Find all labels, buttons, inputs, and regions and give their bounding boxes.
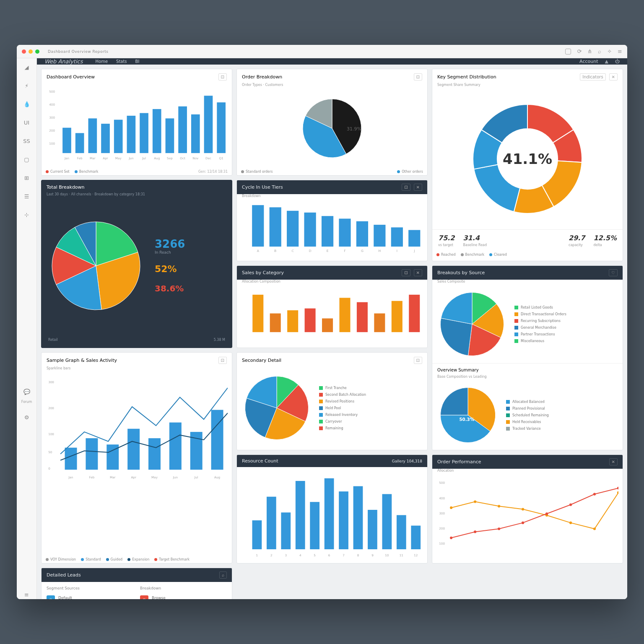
svg-rect-69: [65, 447, 77, 470]
notif-icon[interactable]: ▲: [605, 59, 608, 64]
nav-drop-icon[interactable]: 💧: [22, 99, 31, 109]
svg-text:E: E: [327, 249, 329, 253]
card-close-icon[interactable]: ✕: [414, 269, 422, 276]
svg-rect-15: [191, 114, 200, 153]
svg-text:300: 300: [439, 512, 445, 515]
svg-text:1: 1: [256, 553, 258, 557]
nav-box-icon[interactable]: ▢: [22, 155, 31, 164]
svg-rect-91: [339, 491, 348, 549]
svg-text:A: A: [257, 249, 260, 253]
svg-rect-95: [397, 515, 406, 549]
svg-point-124: [498, 527, 500, 530]
user-icon[interactable]: ⋔: [587, 48, 592, 55]
svg-rect-53: [252, 295, 263, 332]
svg-text:100: 100: [439, 542, 445, 545]
address-pill[interactable]: [565, 49, 571, 55]
svg-text:Aug: Aug: [154, 156, 160, 160]
svg-text:200: 200: [48, 406, 54, 410]
list-item[interactable]: ◉BrowseQueues: [140, 595, 227, 599]
combo-chart: 300200100500 JanFebMarAprMayJunJulAug: [46, 375, 228, 479]
card-close-icon[interactable]: ✕: [609, 458, 618, 465]
sidebar: ◢ ⚡ 💧 UI SS ▢ ⊞ ☰ ⊹ 💬 Forum ⚙ ≡: [17, 58, 37, 599]
nav-home[interactable]: Home: [96, 59, 108, 64]
indicators-button[interactable]: Indicators: [580, 73, 605, 80]
nav-collapse-icon[interactable]: ≡: [22, 590, 31, 599]
svg-rect-7: [88, 118, 97, 153]
svg-rect-14: [178, 106, 187, 153]
svg-rect-58: [339, 298, 350, 332]
nav-ui-icon[interactable]: UI: [22, 118, 31, 127]
svg-rect-35: [287, 210, 299, 246]
card-expand-icon[interactable]: ⊡: [402, 269, 410, 276]
svg-text:C: C: [292, 249, 294, 253]
nav-dashboard-icon[interactable]: ◢: [22, 62, 31, 72]
svg-text:50: 50: [48, 450, 52, 454]
browser-chrome: Dashboard Overview Reports ⟳ ⋔ ⌕ ✧ ≡: [17, 45, 627, 58]
svg-point-119: [569, 522, 572, 524]
svg-rect-34: [270, 207, 281, 247]
pie-chart: [241, 372, 312, 444]
power-icon[interactable]: ⏻: [615, 59, 620, 64]
card-title: Key Segment Distribution: [437, 74, 496, 80]
svg-text:3: 3: [285, 553, 287, 557]
list-item[interactable]: ◉DefaultRecurring Data: [47, 595, 133, 599]
browser-toolbar: ⟳ ⋔ ⌕ ✧ ≡: [565, 48, 622, 55]
card-action-icon[interactable]: ⊡: [402, 184, 410, 191]
nav-ss-icon[interactable]: SS: [22, 136, 31, 145]
refresh-icon[interactable]: ⟳: [577, 48, 582, 55]
card-action-icon[interactable]: ⊡: [414, 357, 422, 364]
card-title: Breakouts by Source: [437, 270, 485, 275]
window-controls[interactable]: [22, 49, 39, 54]
svg-text:D: D: [309, 249, 312, 253]
svg-rect-74: [169, 422, 182, 470]
nav-chat-icon[interactable]: 💬: [22, 387, 31, 397]
app-window: Dashboard Overview Reports ⟳ ⋔ ⌕ ✧ ≡ ◢ ⚡…: [17, 45, 627, 599]
nav-tree-icon[interactable]: ⊹: [22, 210, 31, 219]
pie-chart: 31.9%: [290, 95, 374, 162]
svg-rect-13: [166, 118, 174, 153]
nav-stats[interactable]: Stats: [116, 59, 127, 64]
svg-text:Jun: Jun: [173, 475, 178, 479]
legend-list: Allocated BalancedPlanned ProvisionalSch…: [506, 400, 549, 431]
svg-text:H: H: [379, 249, 381, 253]
svg-text:F: F: [344, 249, 345, 253]
svg-rect-96: [411, 526, 421, 549]
card-sales-category: Sales by Category⊡✕ Allocation Compositi…: [236, 265, 428, 348]
svg-text:Oct: Oct: [180, 156, 185, 160]
nav-chat-label: Forum: [21, 400, 32, 404]
svg-rect-59: [357, 302, 368, 332]
card-action-icon[interactable]: ⊡: [218, 357, 227, 364]
nav-grid-icon[interactable]: ⊞: [22, 173, 31, 182]
account-label[interactable]: Account: [579, 59, 598, 64]
svg-text:8: 8: [357, 553, 359, 557]
card-title: Sales by Category: [242, 270, 284, 275]
topbar: Web Analytics Home Stats BI Account ▲ ⏻: [37, 58, 627, 65]
svg-rect-56: [305, 309, 316, 332]
menu-icon[interactable]: ≡: [618, 48, 622, 55]
heart-icon[interactable]: ♡: [609, 269, 618, 276]
svg-rect-62: [409, 295, 420, 332]
card-action-icon[interactable]: ⊡: [414, 73, 422, 80]
svg-rect-57: [322, 318, 333, 332]
search-icon[interactable]: ⌕: [219, 571, 227, 579]
search-icon[interactable]: ⌕: [598, 48, 601, 55]
svg-point-128: [593, 493, 596, 495]
nav-bi[interactable]: BI: [135, 59, 140, 64]
svg-text:300: 300: [49, 116, 55, 119]
svg-rect-87: [281, 512, 291, 549]
card-title: Sample Graph & Sales Activity: [47, 358, 117, 363]
svg-point-126: [545, 512, 548, 515]
svg-rect-39: [356, 221, 368, 246]
nav-layers-icon[interactable]: ☰: [22, 192, 31, 201]
nav-analytics-icon[interactable]: ⚡: [22, 81, 31, 90]
nav-settings-icon[interactable]: ⚙: [22, 413, 31, 422]
svg-text:Mar: Mar: [90, 156, 96, 160]
bookmark-icon[interactable]: ✧: [607, 48, 612, 55]
card-title: Total Breakdown: [47, 184, 85, 190]
card-action-icon[interactable]: ⊡: [218, 73, 227, 80]
top-nav: Home Stats BI: [96, 59, 140, 64]
card-action-icon[interactable]: ✕: [609, 73, 618, 80]
svg-text:4: 4: [299, 553, 301, 557]
svg-text:Feb: Feb: [89, 475, 95, 479]
card-close-icon[interactable]: ✕: [414, 184, 422, 191]
